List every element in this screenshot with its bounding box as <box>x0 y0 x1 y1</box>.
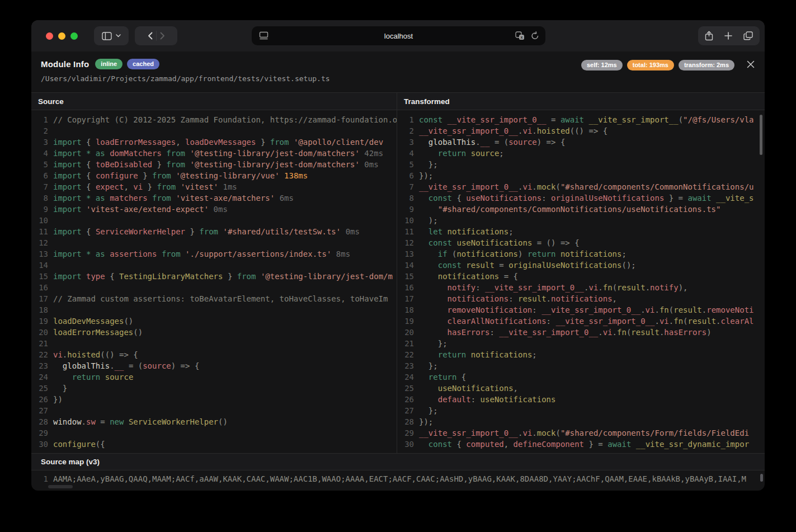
code-line: 20loadErrorMessages() <box>31 327 397 338</box>
code-line: 12 <box>31 237 397 248</box>
code-line: 12 const useNotifications = () => { <box>397 237 765 248</box>
close-button[interactable] <box>745 59 756 70</box>
code-line: 5import { toBeDisabled } from '@testing-… <box>31 159 397 170</box>
new-tab-icon[interactable] <box>724 32 732 40</box>
timing-badges: self: 12mstotal: 193mstransform: 2ms <box>581 60 734 70</box>
transformed-panel-title: Transformed <box>404 97 450 106</box>
code-line: 3 globalThis.__ = (source) => { <box>397 136 765 148</box>
code-line: 25 } <box>31 383 397 394</box>
code-line: 22vi.hoisted(() => { <box>31 349 397 360</box>
code-line: 30 const { computed, defineComponent } =… <box>397 439 765 450</box>
source-panel: Source 1// Copyright (C) 2012-2025 Zamma… <box>31 93 397 453</box>
transformed-code: 1const __vite_ssr_import_0__ = await __v… <box>397 110 765 453</box>
code-line: 11 let notifications; <box>397 226 765 237</box>
code-panels: Source 1// Copyright (C) 2012-2025 Zamma… <box>31 92 765 453</box>
code-line: 10 <box>31 215 397 226</box>
sourcemap-vscrollbar-thumb[interactable] <box>760 474 763 482</box>
code-line: 5 }; <box>397 159 765 170</box>
code-line: 8 const { useNotifications: originalUseN… <box>397 192 765 204</box>
chevron-down-icon <box>116 34 121 37</box>
nav-buttons <box>135 26 177 45</box>
code-line: 14 const result = originalUseNotificatio… <box>397 260 765 271</box>
sourcemap-hscrollbar-thumb[interactable] <box>48 485 73 488</box>
code-line: 24 return { <box>397 371 765 383</box>
code-line: 3import { loadErrorMessages, loadDevMess… <box>31 136 397 148</box>
sidebar-icon <box>102 32 112 40</box>
close-icon <box>747 60 755 68</box>
code-line: 27 <box>31 405 397 416</box>
code-line: 19 clearAllNotifications: __vite_ssr_imp… <box>397 316 765 327</box>
translate-icon[interactable]: x <box>515 31 525 40</box>
back-button[interactable] <box>148 32 153 40</box>
module-info-header: Module Info inlinecached self: 12mstotal… <box>31 51 765 92</box>
status-badge: inline <box>95 59 123 69</box>
sourcemap-line: 1 AAMA;AAeA,yBAAG,QAAQ,MAAM;AACf,aAAW,KA… <box>31 470 765 491</box>
code-line: 28window.sw = new ServiceWorkerHelper() <box>31 416 397 427</box>
code-line: 20 hasErrors: __vite_ssr_import_0__.vi.f… <box>397 327 765 338</box>
transformed-panel-header: Transformed <box>397 93 765 110</box>
sourcemap-header: Source map (v3) <box>31 454 765 470</box>
transformed-panel: Transformed 1const __vite_ssr_import_0__… <box>397 93 765 453</box>
source-panel-title: Source <box>38 97 64 106</box>
code-line: 1const __vite_ssr_import_0__ = await __v… <box>397 114 765 125</box>
code-line: 6import { configure } from '@testing-lib… <box>31 170 397 181</box>
code-line: 17// Zammad custom assertions: toBeAvata… <box>31 293 397 304</box>
status-badge: self: 12ms <box>581 60 623 70</box>
code-line: 15import type { TestingLibraryMatchers }… <box>31 271 397 282</box>
code-line: 14 <box>31 260 397 271</box>
source-code: 1// Copyright (C) 2012-2025 Zammad Found… <box>31 110 397 453</box>
code-line: 2__vite_ssr_import_0__.vi.hoisted(() => … <box>397 125 765 136</box>
code-line: 8import * as matchers from 'vitest-axe/m… <box>31 192 397 204</box>
reload-icon[interactable] <box>531 31 539 40</box>
code-line: 13 if (notifications) return notificatio… <box>397 248 765 260</box>
code-line: 29 <box>31 427 397 439</box>
transformed-scrollbar-thumb[interactable] <box>760 115 762 155</box>
source-panel-header: Source <box>31 93 397 110</box>
code-line: 11import { ServiceWorkerHelper } from '#… <box>31 226 397 237</box>
code-line: 25 useNotifications, <box>397 383 765 394</box>
code-line: 30configure({ <box>31 439 397 450</box>
code-line: 23 }; <box>397 360 765 371</box>
code-line: 21 <box>31 338 397 349</box>
code-line: 7import { expect, vi } from 'vitest' 1ms <box>31 181 397 192</box>
code-line: 27 }; <box>397 405 765 416</box>
code-line: 26}) <box>31 394 397 405</box>
code-line: 28}); <box>397 416 765 427</box>
code-line: 19loadDevMessages() <box>31 316 397 327</box>
code-line: 16 notify: __vite_ssr_import_0__.vi.fn(r… <box>397 282 765 293</box>
share-icon[interactable] <box>705 31 713 41</box>
module-file-path: /Users/vladimir/Projects/zammad/app/fron… <box>41 74 765 83</box>
code-line: 13import * as assertions from './support… <box>31 248 397 260</box>
toolbar-right-buttons <box>698 26 760 45</box>
code-line: 23 globalThis.__ = (source) => { <box>31 360 397 371</box>
status-badge: transform: 2ms <box>679 60 734 70</box>
sourcemap-section: Source map (v3) 1 AAMA;AAeA,yBAAG,QAAQ,M… <box>31 453 765 491</box>
code-line: 21 }; <box>397 338 765 349</box>
code-line: 24 return source <box>31 371 397 383</box>
tab-overview-icon[interactable] <box>743 31 753 40</box>
sourcemap-title: Source map (v3) <box>41 458 100 466</box>
code-line: 15 notifications = { <box>397 271 765 282</box>
address-bar[interactable]: localhost x <box>252 26 545 45</box>
code-line: 6}); <box>397 170 765 181</box>
code-line: 10 ); <box>397 215 765 226</box>
close-window-button[interactable] <box>46 32 53 40</box>
zoom-window-button[interactable] <box>70 32 78 40</box>
code-line: 29__vite_ssr_import_0__.vi.mock("#shared… <box>397 427 765 439</box>
code-line: 26 default: useNotifications <box>397 394 765 405</box>
sidebar-toggle-button[interactable] <box>94 26 129 45</box>
svg-text:x: x <box>521 35 523 39</box>
forward-button[interactable] <box>160 32 165 40</box>
code-line: 17 notifications: result.notifications, <box>397 293 765 304</box>
code-line: 1// Copyright (C) 2012-2025 Zammad Found… <box>31 114 397 125</box>
browser-window: localhost x <box>31 20 765 491</box>
code-line: 7__vite_ssr_import_0__.vi.mock("#shared/… <box>397 181 765 192</box>
code-line: 9 "#shared/components/CommonNotification… <box>397 204 765 215</box>
status-badge: cached <box>127 59 159 69</box>
code-line: 4 return source; <box>397 148 765 159</box>
code-line: 4import * as domMatchers from '@testing-… <box>31 148 397 159</box>
browser-toolbar: localhost x <box>31 20 765 51</box>
minimize-window-button[interactable] <box>58 32 65 40</box>
code-line: 18 removeNotification: __vite_ssr_import… <box>397 304 765 316</box>
code-line: 18 <box>31 304 397 316</box>
